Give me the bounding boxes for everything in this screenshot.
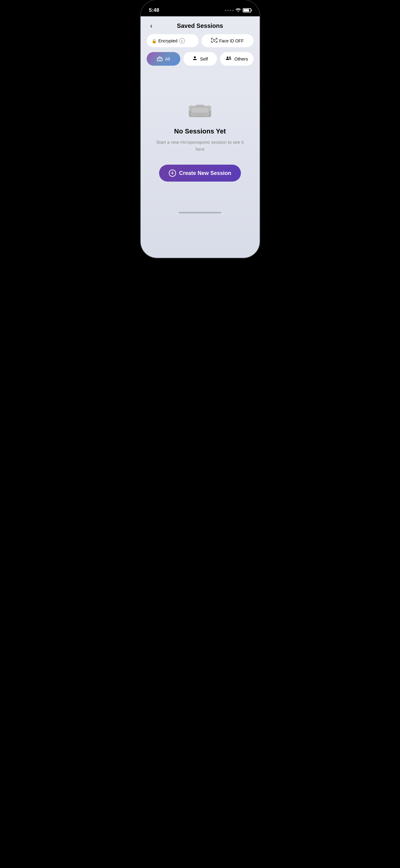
category-tabs: All Self: [141, 52, 260, 72]
battery-icon: [243, 8, 251, 12]
face-id-icon: [211, 37, 217, 44]
wifi-icon: [235, 8, 241, 13]
create-session-button[interactable]: + Create New Session: [159, 165, 241, 182]
create-session-plus-icon: +: [169, 169, 176, 177]
create-session-label: Create New Session: [179, 170, 231, 177]
status-time: 5:48: [149, 7, 160, 13]
svg-point-1: [215, 40, 216, 40]
tab-all[interactable]: All: [147, 52, 180, 66]
lock-icon: 🔒: [151, 38, 157, 43]
all-tab-label: All: [165, 56, 170, 61]
svg-point-2: [194, 56, 196, 58]
all-tab-icon: [157, 56, 163, 62]
tab-self[interactable]: Self: [183, 52, 217, 66]
tab-others[interactable]: Others: [220, 52, 254, 66]
home-indicator: [141, 194, 260, 217]
face-id-button[interactable]: Face ID OFF: [201, 34, 254, 47]
empty-title: No Sessions Yet: [174, 127, 226, 135]
encrypted-label: Encrypted: [159, 38, 178, 43]
status-bar: 5:48: [141, 0, 260, 17]
signal-icon: [225, 10, 234, 11]
others-tab-label: Others: [234, 56, 248, 61]
page-title: Saved Sessions: [177, 22, 223, 29]
status-icons: [225, 8, 251, 13]
self-tab-icon: [192, 56, 198, 62]
self-tab-label: Self: [200, 56, 208, 61]
svg-point-3: [227, 57, 229, 58]
home-bar: [179, 212, 221, 213]
svg-point-4: [229, 57, 231, 58]
empty-state: No Sessions Yet Start a new Ho'oponopono…: [141, 72, 260, 194]
empty-inbox-icon: [187, 96, 213, 120]
nav-header: ‹ Saved Sessions: [141, 17, 260, 34]
main-content: ‹ Saved Sessions 🔒 Encrypted i: [141, 17, 260, 258]
face-id-label: Face ID OFF: [219, 38, 244, 43]
filter-row: 🔒 Encrypted i Face ID OFF: [141, 34, 260, 52]
empty-subtitle: Start a new Ho'oponopono session to see …: [153, 139, 248, 153]
others-tab-icon: [225, 56, 232, 62]
back-button[interactable]: ‹: [148, 22, 155, 31]
info-icon: i: [179, 38, 185, 43]
encrypted-button[interactable]: 🔒 Encrypted i: [147, 34, 199, 47]
svg-point-0: [213, 40, 214, 40]
